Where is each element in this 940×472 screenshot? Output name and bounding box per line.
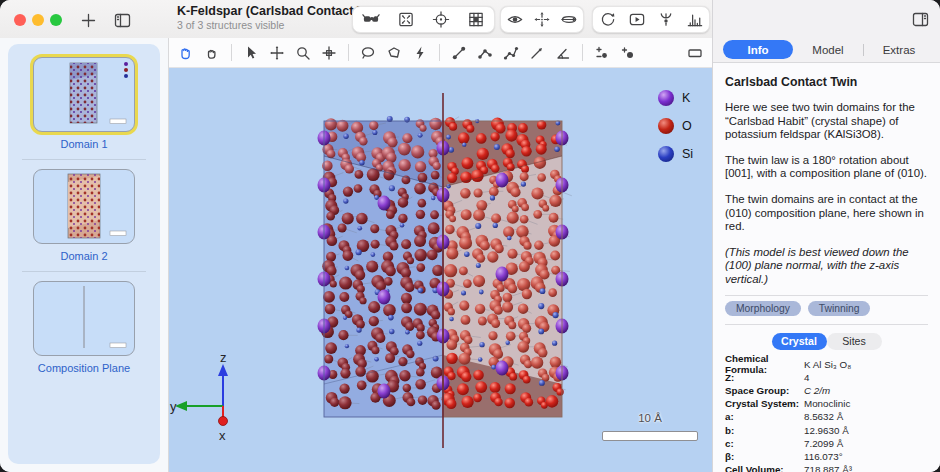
tab-info[interactable]: Info <box>723 40 793 59</box>
bond-angle-icon[interactable] <box>476 43 494 63</box>
table-row: Chemical Formula:K Al Si₃ O₈ <box>725 358 928 371</box>
thumbnail-label-domain-2: Domain 2 <box>8 250 160 262</box>
grab-hand-icon[interactable] <box>203 43 221 63</box>
info-paragraph-note: (This model is best viewed down the (100… <box>725 246 928 287</box>
inspector-tabs: Info Model Extras <box>723 40 934 59</box>
bond-distance-icon[interactable] <box>450 43 468 63</box>
panel-divider <box>725 324 928 325</box>
thumbnail-label-composition-plane: Composition Plane <box>8 362 160 374</box>
lasso-select-icon[interactable] <box>385 43 403 63</box>
info-heading: Carlsbad Contact Twin <box>725 75 928 89</box>
main-column: K O Si z y x <box>168 38 712 472</box>
visibility-eye-icon[interactable] <box>506 10 524 30</box>
crystal-sites-tabs: Crystal Sites <box>725 333 928 350</box>
move-tool-icon[interactable] <box>268 43 286 63</box>
structure-list: Domain 1 Domain 2 <box>8 44 160 464</box>
pan-hand-icon[interactable] <box>177 43 195 63</box>
scale-bar-rule <box>602 431 698 441</box>
rotate-axis-icon[interactable] <box>560 10 578 30</box>
vector-icon[interactable] <box>528 43 546 63</box>
tab-model[interactable]: Model <box>793 40 863 59</box>
balloon-select-icon[interactable] <box>359 43 377 63</box>
translate-arrows-icon[interactable] <box>533 10 551 30</box>
angle-icon[interactable] <box>554 43 572 63</box>
structure-viewport[interactable]: K O Si z y x <box>169 68 712 472</box>
table-row: Crystal System:Monoclinic <box>725 397 928 410</box>
new-plus-icon[interactable] <box>78 10 98 30</box>
bond-pour-icon[interactable] <box>657 10 675 30</box>
window-title-block: K-Feldspar (Carlsbad Contact T… 3 of 3 s… <box>177 4 377 31</box>
scale-bar-label: 10 Å <box>602 412 698 424</box>
bond-torsion-icon[interactable] <box>502 43 520 63</box>
tab-sites[interactable]: Sites <box>827 333 882 350</box>
thumbnail-domain-2[interactable] <box>33 169 135 244</box>
sidebar-toggle-icon[interactable] <box>112 10 132 30</box>
legend-item-O[interactable]: O <box>658 112 693 140</box>
close-button[interactable] <box>14 14 26 26</box>
info-paragraph: Here we see two twin domains for the “Ca… <box>725 101 928 142</box>
title-bar: K-Feldspar (Carlsbad Contact T… 3 of 3 s… <box>0 0 712 38</box>
thumbnail-label-domain-1: Domain 1 <box>8 138 160 150</box>
morphology-link[interactable]: Morphology <box>725 301 801 316</box>
quick-measure-icon[interactable] <box>411 43 429 63</box>
table-row: b:12.9630 Å <box>725 423 928 436</box>
related-links: Morphology Twinning <box>725 301 928 316</box>
potassium-sphere-icon <box>658 90 674 106</box>
table-row: c:7.2099 Å <box>725 437 928 450</box>
display-tool-group <box>500 6 584 33</box>
scale-bar: 10 Å <box>602 412 698 441</box>
thumbnail-domain-1[interactable] <box>33 57 135 132</box>
table-row: β:116.073° <box>725 450 928 463</box>
tab-extras[interactable]: Extras <box>864 40 934 59</box>
legend-item-Si[interactable]: Si <box>658 140 693 168</box>
select-cursor-icon[interactable] <box>242 43 260 63</box>
center-target-icon[interactable] <box>432 10 450 30</box>
thumbnail-composition-plane[interactable] <box>33 281 135 356</box>
sidebar-separator <box>22 271 146 272</box>
label-bar-icon[interactable] <box>686 43 704 63</box>
add-remove-atoms-icon[interactable] <box>593 43 611 63</box>
diffraction-plot-icon[interactable] <box>686 10 704 30</box>
inspector-toggle-icon[interactable] <box>911 10 930 29</box>
twinning-link[interactable]: Twinning <box>808 301 871 316</box>
table-row: Z:4 <box>725 371 928 384</box>
element-legend: K O Si <box>658 84 693 168</box>
recentre-tool-icon[interactable] <box>320 43 338 63</box>
add-atom-icon[interactable] <box>619 43 637 63</box>
view-tool-group <box>352 6 495 33</box>
structure-sidebar: Domain 1 Domain 2 <box>0 38 168 472</box>
animation-tool-group <box>592 6 710 33</box>
silicon-sphere-icon <box>658 146 674 162</box>
lattice-grid-icon[interactable] <box>467 10 485 30</box>
legend-label: K <box>682 91 690 105</box>
axis-label-y: y <box>170 399 177 414</box>
info-paragraph: The twin law is a 180° rotation about [0… <box>725 154 928 181</box>
legend-item-K[interactable]: K <box>658 84 693 112</box>
axis-label-x: x <box>219 428 226 443</box>
info-paragraph: The twin domains are in contact at the (… <box>725 193 928 234</box>
legend-label: Si <box>682 147 693 161</box>
oxygen-sphere-icon <box>658 118 674 134</box>
crystal-data-table: Chemical Formula:K Al Si₃ O₈ Z:4 Space G… <box>725 358 928 472</box>
stereo-glasses-icon[interactable] <box>362 10 380 30</box>
tab-crystal[interactable]: Crystal <box>772 333 827 350</box>
table-row: a:8.5632 Å <box>725 410 928 423</box>
info-pane: Carlsbad Contact Twin Here we see two tw… <box>713 62 940 472</box>
app-window: K-Feldspar (Carlsbad Contact T… 3 of 3 s… <box>0 0 940 472</box>
table-row: Space Group:C 2/m <box>725 384 928 397</box>
inspector-panel: Info Model Extras Carlsbad Contact Twin … <box>712 0 940 472</box>
zoom-tool-icon[interactable] <box>294 43 312 63</box>
window-title: K-Feldspar (Carlsbad Contact T… <box>177 4 377 18</box>
zoom-button[interactable] <box>50 14 62 26</box>
legend-label: O <box>682 119 692 133</box>
auto-rotate-icon[interactable] <box>599 10 617 30</box>
zoom-to-fit-icon[interactable] <box>397 10 415 30</box>
axis-gizmo: z y x <box>169 350 269 460</box>
table-row: Cell Volume:718.887 Å³ <box>725 463 928 472</box>
axis-label-z: z <box>220 350 227 365</box>
window-subtitle: 3 of 3 structures visible <box>177 19 377 31</box>
sidebar-separator <box>22 159 146 160</box>
minimize-button[interactable] <box>32 14 44 26</box>
play-animation-icon[interactable] <box>628 10 646 30</box>
edit-toolbar <box>169 38 712 68</box>
